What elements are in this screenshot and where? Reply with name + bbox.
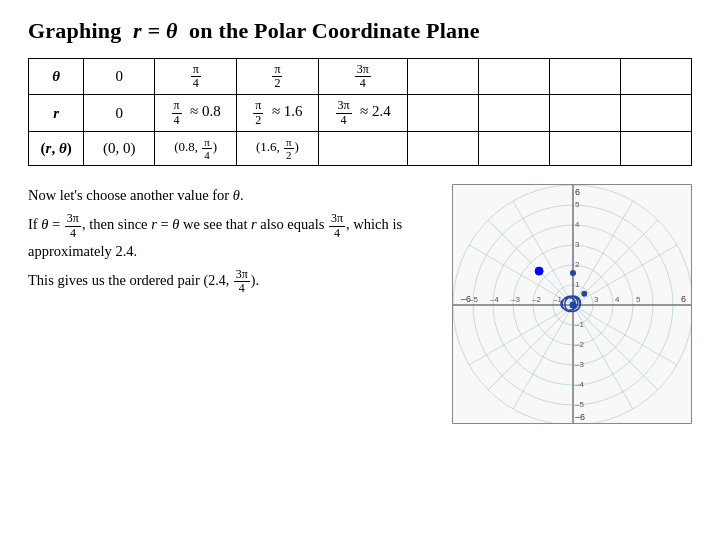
explanation-text: Now let's choose another value for θ. If… (28, 184, 434, 424)
table-row-theta: θ 0 π4 π2 3π4 (29, 59, 692, 95)
svg-text:4: 4 (615, 295, 620, 304)
svg-text:6: 6 (681, 294, 686, 304)
theta-empty-2 (478, 59, 549, 95)
theta-empty-1 (407, 59, 478, 95)
theta-empty-3 (549, 59, 620, 95)
svg-text:5: 5 (575, 200, 580, 209)
pair-val-pi4: (0.8, π4) (155, 131, 237, 165)
pair-empty-3 (549, 131, 620, 165)
point-pi2 (570, 270, 576, 276)
point-origin (570, 301, 577, 308)
pair-empty-4 (620, 131, 691, 165)
choose-text: Now let's choose another value for θ. (28, 184, 434, 206)
theta-val-pi4: π4 (155, 59, 237, 95)
svg-text:3: 3 (575, 240, 580, 249)
svg-text:2: 2 (575, 260, 580, 269)
page: Graphing r = θ on the Polar Coordinate P… (0, 0, 720, 540)
svg-text:–5: –5 (469, 295, 478, 304)
svg-text:–3: –3 (575, 360, 584, 369)
r-val-3pi4: 3π4 ≈ 2.4 (318, 95, 407, 131)
pair-val-pi2: (1.6, π2) (237, 131, 319, 165)
r-val-0: 0 (84, 95, 155, 131)
r-val-pi4: π4 ≈ 0.8 (155, 95, 237, 131)
svg-text:–1: –1 (575, 320, 584, 329)
svg-text:5: 5 (636, 295, 641, 304)
pair-val-0: (0, 0) (84, 131, 155, 165)
bottom-section: Now let's choose another value for θ. If… (28, 184, 692, 424)
r-empty-4 (620, 95, 691, 131)
title-prefix: Graphing (28, 18, 127, 43)
r-label: r (29, 95, 84, 131)
pair-label: (r, θ) (29, 131, 84, 165)
title-suffix: on the Polar Coordinate Plane (183, 18, 479, 43)
data-table: θ 0 π4 π2 3π4 r 0 (28, 58, 692, 166)
table-row-r: r 0 π4 ≈ 0.8 π2 ≈ 1.6 3π4 ≈ 2.4 (29, 95, 692, 131)
if-statement: If θ = 3π4, then since r = θ we see that… (28, 212, 434, 262)
svg-text:3: 3 (594, 295, 599, 304)
polar-plot: 6 –6 6 –6 4 5 3 –1 –2 –3 –4 –5 2 3 4 5 1 (452, 184, 692, 424)
pair-empty-1 (407, 131, 478, 165)
svg-text:–3: –3 (511, 295, 520, 304)
table-row-pairs: (r, θ) (0, 0) (0.8, π4) (1.6, π2) (29, 131, 692, 165)
title-equation: r = θ (133, 18, 178, 43)
r-val-pi2: π2 ≈ 1.6 (237, 95, 319, 131)
pair-val-3pi4 (318, 131, 407, 165)
svg-text:–6: –6 (575, 412, 585, 422)
pair-empty-2 (478, 131, 549, 165)
theta-val-pi2: π2 (237, 59, 319, 95)
svg-text:–5: –5 (575, 400, 584, 409)
theta-empty-4 (620, 59, 691, 95)
svg-text:–2: –2 (532, 295, 541, 304)
theta-label: θ (29, 59, 84, 95)
theta-val-3pi4: 3π4 (318, 59, 407, 95)
svg-text:–4: –4 (575, 380, 584, 389)
r-empty-1 (407, 95, 478, 131)
theta-val-0: 0 (84, 59, 155, 95)
polar-plot-svg: 6 –6 6 –6 4 5 3 –1 –2 –3 –4 –5 2 3 4 5 1 (453, 185, 692, 424)
svg-text:4: 4 (575, 220, 580, 229)
ordered-pair-text: This gives us the ordered pair (2.4, 3π4… (28, 268, 434, 295)
svg-text:1: 1 (575, 280, 580, 289)
page-title: Graphing r = θ on the Polar Coordinate P… (28, 18, 692, 44)
svg-text:–2: –2 (575, 340, 584, 349)
r-empty-2 (478, 95, 549, 131)
svg-text:–4: –4 (490, 295, 499, 304)
point-pi4 (581, 291, 587, 297)
svg-text:6: 6 (575, 187, 580, 197)
r-empty-3 (549, 95, 620, 131)
